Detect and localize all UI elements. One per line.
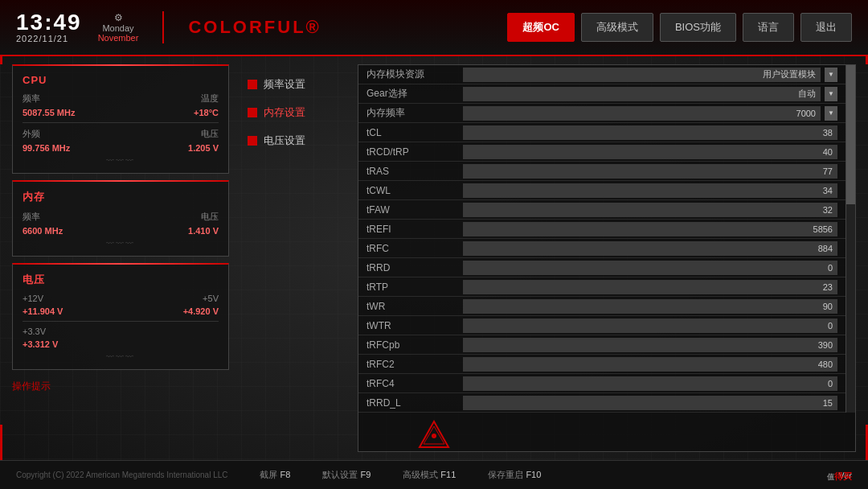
nav-overclocking[interactable]: 超频OC [507,13,575,42]
settings-row[interactable]: tRFC884 [358,239,845,258]
brand-name: COLORFUL® [188,17,321,38]
settings-value-text: 用户设置模块 [763,68,816,80]
menu-freq-settings[interactable]: 频率设置 [241,72,346,97]
header-left: 13:49 2022/11/21 ⚙ Monday November COLOR… [16,11,321,43]
settings-value-container: 884 [463,241,837,256]
settings-value-bar[interactable]: 23 [463,280,837,294]
settings-value-text: 0 [828,379,833,388]
settings-value-bar[interactable]: 32 [463,203,837,217]
settings-value-text: 40 [823,147,833,157]
settings-value-bar[interactable]: 15 [463,396,837,410]
settings-value-bar[interactable]: 390 [463,338,837,352]
cpu-freq-row: 频率 温度 [23,92,219,105]
settings-row-name: tRCD/tRP [366,146,463,158]
cpu-temp-value: +18°C [194,108,219,117]
settings-value-bar[interactable]: 77 [463,164,837,179]
settings-value-bar[interactable]: 0 [463,261,837,275]
cpu-ext-value: 99.756 MHz [23,143,70,153]
settings-row[interactable]: 内存频率7000▼ [358,104,845,123]
v5-value: +4.920 V [183,306,219,316]
settings-value-container: 77 [463,164,837,179]
cpu-temp-label: 温度 [201,92,219,105]
mem-volt-label: 电压 [201,211,219,223]
settings-row[interactable]: tWTR0 [358,316,845,335]
settings-row[interactable]: tRRD0 [358,258,845,277]
settings-value-bar[interactable]: 自动 [463,87,821,101]
settings-row[interactable]: tWR90 [358,297,845,316]
settings-row[interactable]: tFAW32 [358,200,845,220]
settings-value-bar[interactable]: 用户设置模块 [463,68,821,82]
nav-language[interactable]: 语言 [743,13,794,42]
dropdown-arrow-icon[interactable]: ▼ [825,106,837,121]
menu-volt-settings[interactable]: 电压设置 [241,129,346,153]
settings-row[interactable]: tCWL34 [358,181,845,200]
settings-row[interactable]: tRTP23 [358,277,845,297]
settings-row[interactable]: tRCD/tRP40 [358,142,845,162]
status-bar: Copyright (C) 2022 American Megatrends I… [0,460,868,489]
scrollbar-track[interactable] [845,65,855,413]
status-screenshot: 截屏 F8 [260,469,290,481]
settings-row-name: tRTP [366,281,463,293]
v33-value-row: +3.312 V [23,339,219,349]
settings-row[interactable]: tRFC40 [358,374,845,393]
settings-row[interactable]: tRAS77 [358,162,845,181]
settings-row-name: 内存频率 [366,106,463,120]
clock-date: 2022/11/21 [16,34,82,43]
settings-row[interactable]: tCL38 [358,123,845,142]
nav-exit[interactable]: 退出 [800,13,852,42]
nav-bios-function[interactable]: BIOS功能 [660,13,736,42]
menu-mem-settings[interactable]: 内存设置 [241,101,346,125]
settings-value-bar[interactable]: 40 [463,145,837,159]
settings-value-bar[interactable]: 90 [463,299,837,314]
watermark: 值得买 [827,471,852,483]
settings-value-text: 480 [818,360,833,369]
left-panel: CPU 频率 温度 5087.55 MHz +18°C 外频 电压 99.756… [12,64,229,452]
settings-list[interactable]: 内存模块资源用户设置模块▼Gear选择自动▼内存频率7000▼tCL38tRCD… [358,65,845,413]
settings-row[interactable]: tRRD_L15 [358,393,845,413]
memory-card: 内存 频率 电压 6600 MHz 1.410 V 〰〰〰 [12,180,229,257]
mem-value-row: 6600 MHz 1.410 V [23,226,219,236]
settings-value-bar[interactable]: 7000 [463,106,821,121]
settings-value-text: 自动 [798,88,816,100]
mem-freq-value: 6600 MHz [23,226,63,236]
settings-container: 内存模块资源用户设置模块▼Gear选择自动▼内存频率7000▼tCL38tRCD… [358,64,856,452]
cpu-ext-label: 外频 [23,128,40,140]
nav-advanced-mode[interactable]: 高级模式 [581,13,653,42]
settings-row[interactable]: tREFI5856 [358,220,845,239]
clock-time: 13:49 [16,11,82,34]
settings-value-bar[interactable]: 38 [463,125,837,140]
dropdown-arrow-icon[interactable]: ▼ [825,87,837,101]
settings-row-name: tCL [366,127,463,138]
clock-section: 13:49 2022/11/21 [16,11,82,43]
v5-label: +5V [203,294,219,303]
settings-value-bar[interactable]: 884 [463,241,837,256]
memory-title: 内存 [23,190,219,204]
settings-row-name: Gear选择 [366,87,463,101]
settings-row[interactable]: 内存模块资源用户设置模块▼ [358,65,845,84]
dropdown-arrow-icon[interactable]: ▼ [825,68,837,82]
settings-row[interactable]: Gear选择自动▼ [358,84,845,104]
v12-label: +12V [23,294,43,303]
v12-value: +11.904 V [23,306,63,316]
svg-point-2 [432,434,436,438]
settings-row-name: tRRD_L [366,397,463,409]
settings-value-bar[interactable]: 0 [463,376,837,391]
triangle-logo [418,420,450,455]
settings-value-text: 884 [818,244,833,253]
settings-value-bar[interactable]: 480 [463,357,837,372]
mem-freq-row: 频率 电压 [23,211,219,223]
mem-wave: 〰〰〰 [23,239,219,248]
settings-value-bar[interactable]: 0 [463,318,837,333]
settings-row[interactable]: tRFCpb390 [358,335,845,355]
settings-value-bar[interactable]: 5856 [463,222,837,236]
settings-value-text: 0 [828,263,833,273]
gear-icon: ⚙ [114,12,123,23]
settings-value-container: 0 [463,261,837,275]
settings-value-text: 7000 [796,109,816,118]
settings-row[interactable]: tRFC2480 [358,355,845,374]
cpu-card: CPU 频率 温度 5087.55 MHz +18°C 外频 电压 99.756… [12,64,229,174]
voltage-card: 电压 +12V +5V +11.904 V +4.920 V +3.3V +3.… [12,263,229,370]
settings-value-bar[interactable]: 34 [463,183,837,198]
settings-row-name: tWTR [366,320,463,331]
menu-label-freq: 频率设置 [264,77,305,92]
